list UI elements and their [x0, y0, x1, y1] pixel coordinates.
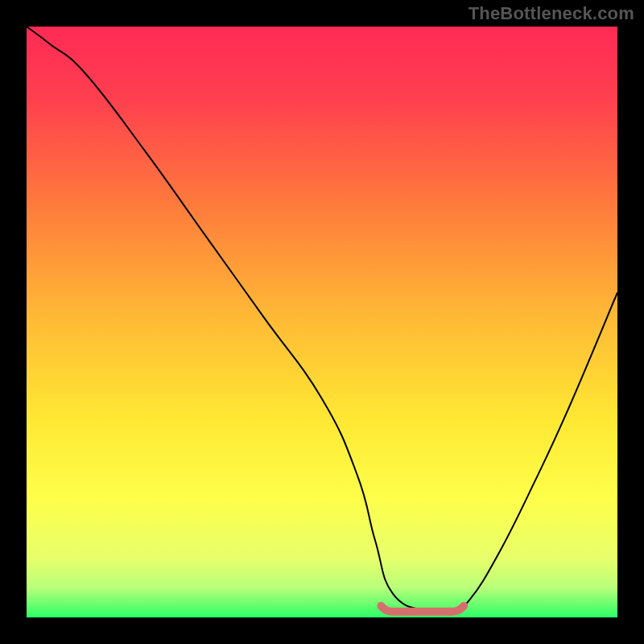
chart-frame: TheBottleneck.com — [0, 0, 644, 644]
chart-svg — [27, 27, 617, 617]
plot-area — [27, 27, 617, 617]
watermark-text: TheBottleneck.com — [469, 3, 634, 24]
gradient-background — [27, 27, 617, 617]
